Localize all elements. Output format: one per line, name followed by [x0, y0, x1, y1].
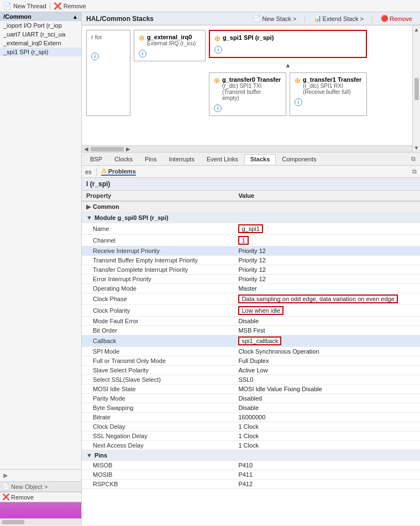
tab-components[interactable]: Components [276, 154, 322, 164]
prop-value[interactable]: g_spi1 [234, 223, 420, 235]
prop-value[interactable]: 1 Clock [234, 432, 420, 441]
prop-value[interactable]: Active Low [234, 366, 420, 375]
expand-arrow[interactable]: ▶ [3, 472, 8, 479]
tab-problems[interactable]: ⚠ Problems [101, 167, 136, 176]
prop-value[interactable]: MOSI Idle Value Fixing Disable [234, 385, 420, 394]
prop-value[interactable]: Disabled [234, 394, 420, 403]
prop-value[interactable]: Low when idle [234, 305, 420, 317]
left-partial-node[interactable]: r for i [86, 30, 130, 116]
tab-event-links[interactable]: Event Links [201, 154, 244, 164]
table-row[interactable]: SPI ModeClock Synchronous Operation [82, 347, 420, 356]
table-row[interactable]: Mode Fault ErrorDisable [82, 317, 420, 326]
transfer0-node[interactable]: ⊕ g_transfer0 Transfer (r_dtc) SPI1 TXI … [209, 72, 286, 116]
left-scrollbar[interactable] [0, 518, 81, 525]
table-row[interactable]: Full or Transmit Only ModeFull Duplex [82, 356, 420, 366]
new-thread-button[interactable]: 📄 New Thread [3, 2, 46, 10]
prop-value[interactable]: Priority 12 [234, 275, 420, 284]
table-row[interactable]: Clock Delay1 Clock [82, 422, 420, 432]
tab-clocks[interactable]: Clocks [108, 154, 139, 164]
table-row[interactable]: Slave Select PolarityActive Low [82, 366, 420, 375]
stacks-remove-button[interactable]: 🔴 Remove [377, 14, 416, 23]
prop-value[interactable]: Data sampling on odd edge, data variatio… [234, 293, 420, 305]
table-row[interactable]: MOSI Idle StateMOSI Idle Value Fixing Di… [82, 385, 420, 394]
info-icon-3[interactable]: i [214, 104, 222, 112]
prop-value[interactable]: Disable [234, 317, 420, 326]
table-row[interactable]: Transmit Buffer Empty Interrupt Priority… [82, 256, 420, 265]
expand-icon[interactable]: ▶ [86, 203, 91, 210]
prop-value[interactable]: P411 [234, 470, 420, 480]
canvas-vscrollbar[interactable]: ▲ ▼ [412, 25, 420, 152]
value-box[interactable]: 1 [238, 236, 248, 245]
info-icon-4[interactable]: i [295, 98, 302, 106]
info-icon-2[interactable]: i [214, 46, 222, 54]
prop-value[interactable]: Priority 12 [234, 256, 420, 265]
table-row[interactable]: Clock PolarityLow when idle [82, 305, 420, 317]
tab-stacks[interactable]: Stacks [244, 154, 276, 164]
scroll-up-arrow[interactable]: ▲ [413, 25, 420, 34]
stack-canvas[interactable]: ▲ ▼ r for i [82, 25, 420, 152]
table-row[interactable]: Channel1 [82, 235, 420, 246]
tab-interrupts[interactable]: Interrupts [162, 154, 200, 164]
prop-value[interactable]: Disable [234, 403, 420, 413]
spi1-node[interactable]: ⊕ g_spi1 SPI (r_spi) i [209, 30, 367, 58]
prop-value[interactable]: P410 [234, 461, 420, 470]
value-box[interactable]: g_spi1 [238, 224, 262, 233]
list-item[interactable]: _spi1 SPI (r_spi) [0, 48, 81, 56]
prop-value[interactable]: 1 Clock [234, 422, 420, 432]
table-row[interactable]: Receive Interrupt PriorityPriority 12 [82, 246, 420, 256]
prop-value[interactable]: Priority 12 [234, 265, 420, 275]
table-row[interactable]: Transfer Complete Interrupt PriorityPrio… [82, 265, 420, 275]
tab-bsp[interactable]: BSP [84, 154, 108, 164]
table-row[interactable]: Parity ModeDisabled [82, 394, 420, 403]
table-row[interactable]: MOSIBP411 [82, 470, 420, 480]
prop-value[interactable]: Priority 12 [234, 246, 420, 256]
prop-value[interactable]: Full Duplex [234, 356, 420, 366]
extend-stack-button[interactable]: 📊 Extend Stack > [311, 14, 367, 23]
table-row[interactable]: Select SSL(Slave Select)SSL0 [82, 375, 420, 385]
maximize-events-icon[interactable]: ⧉ [412, 168, 417, 175]
table-row[interactable]: RSPCKBP412 [82, 480, 420, 489]
external-irq-node[interactable]: ⊕ g_external_irq0 External IRQ (r_icu) i [134, 30, 206, 61]
table-row[interactable]: Clock PhaseData sampling on odd edge, da… [82, 293, 420, 305]
maximize-icon[interactable]: ⧉ [409, 155, 418, 162]
value-box[interactable]: Data sampling on odd edge, data variatio… [238, 294, 397, 303]
expand-icon[interactable]: ▼ [86, 214, 92, 221]
tab-pins[interactable]: Pins [139, 154, 162, 164]
table-row[interactable]: Next Access Delay1 Clock [82, 441, 420, 450]
value-box[interactable]: Low when idle [238, 306, 284, 315]
scroll-down-arrow[interactable]: ▼ [413, 144, 420, 152]
table-row[interactable]: Nameg_spi1 [82, 223, 420, 235]
prop-value[interactable]: MSB First [234, 326, 420, 335]
list-item[interactable]: _uart7 UART (r_sci_ua [0, 30, 81, 39]
new-object-button[interactable]: 📄 New Object > [2, 483, 48, 490]
table-row[interactable]: Byte SwappingDisable [82, 403, 420, 413]
prop-value[interactable]: 16000000 [234, 413, 420, 422]
scroll-thumb[interactable] [414, 78, 419, 100]
canvas-hscrollbar[interactable]: ◀ ▶ [82, 145, 412, 152]
info-icon-left[interactable]: i [91, 52, 99, 60]
left-scrollbar-thumb[interactable] [2, 520, 24, 524]
scroll-left-arrow[interactable]: ◀ [84, 146, 88, 152]
scroll-right-arrow[interactable]: ▶ [126, 146, 130, 152]
prop-value[interactable]: SSL0 [234, 375, 420, 385]
left-list-collapse[interactable]: ▲ [72, 14, 78, 20]
table-row[interactable]: Error Interrupt PriorityPriority 12 [82, 275, 420, 284]
left-remove-button[interactable]: ❌ Remove [2, 493, 79, 501]
info-icon-1[interactable]: i [139, 50, 146, 57]
remove-top-button[interactable]: ❌ Remove [54, 2, 86, 10]
prop-value[interactable]: spi1_callback [234, 335, 420, 347]
value-box[interactable]: spi1_callback [238, 336, 281, 345]
table-row[interactable]: SSL Negation Delay1 Clock [82, 432, 420, 441]
list-item[interactable]: _external_irq0 Extern [0, 39, 81, 48]
new-stack-button[interactable]: 📄 New Stack > [250, 14, 300, 23]
prop-value[interactable]: Clock Synchronous Operation [234, 347, 420, 356]
prop-value[interactable]: P412 [234, 480, 420, 489]
hscroll-thumb[interactable] [91, 147, 124, 151]
table-row[interactable]: Operating ModeMaster [82, 284, 420, 293]
prop-value[interactable]: Master [234, 284, 420, 293]
table-row[interactable]: MISOBP410 [82, 461, 420, 470]
table-row[interactable]: Callbackspi1_callback [82, 335, 420, 347]
prop-value[interactable]: 1 Clock [234, 441, 420, 450]
prop-value[interactable]: 1 [234, 235, 420, 246]
tab-es[interactable]: es [85, 169, 92, 175]
